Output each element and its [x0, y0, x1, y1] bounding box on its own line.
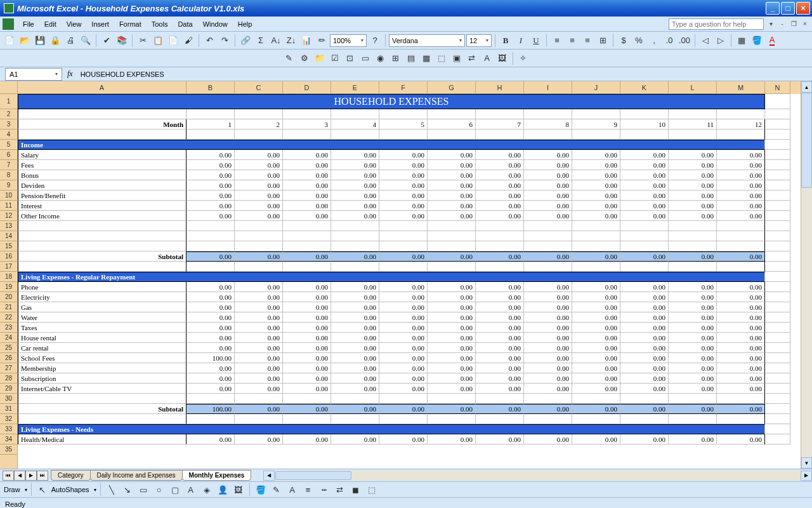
- cell-value[interactable]: 0.00: [572, 180, 620, 190]
- comma-icon[interactable]: ,: [647, 34, 661, 48]
- vertical-scrollbar[interactable]: ▲ ▼: [801, 81, 812, 469]
- cell-value[interactable]: 0.00: [572, 363, 620, 373]
- cell[interactable]: [379, 394, 428, 404]
- cell-value[interactable]: 0.00: [669, 323, 717, 333]
- cell[interactable]: [669, 394, 717, 404]
- cell[interactable]: [18, 109, 187, 119]
- column-header-A[interactable]: A: [18, 81, 187, 94]
- increase-indent-icon[interactable]: ▷: [714, 34, 728, 48]
- cell[interactable]: [765, 150, 790, 160]
- cell-value[interactable]: 0.00: [379, 292, 428, 302]
- cell[interactable]: [283, 221, 331, 231]
- cell[interactable]: [476, 394, 524, 404]
- cell-value[interactable]: 0.00: [717, 353, 765, 363]
- cell-value[interactable]: 0.00: [428, 353, 476, 363]
- cell-value[interactable]: 0.00: [379, 201, 428, 211]
- cell[interactable]: [717, 221, 765, 231]
- tab-next-icon[interactable]: ▶: [25, 471, 37, 481]
- cell[interactable]: [524, 414, 572, 424]
- subtotal-value[interactable]: 0.00: [235, 251, 283, 262]
- cell-value[interactable]: 0.00: [717, 384, 765, 394]
- row-label[interactable]: Bonus: [18, 170, 187, 180]
- row-header-21[interactable]: 21: [0, 302, 17, 312]
- cell[interactable]: [765, 292, 790, 302]
- cell[interactable]: [765, 394, 790, 404]
- cell[interactable]: [524, 262, 572, 272]
- cell-value[interactable]: 0.00: [283, 434, 331, 444]
- cell[interactable]: [187, 394, 235, 404]
- row-header-25[interactable]: 25: [0, 343, 17, 353]
- autoshapes-menu[interactable]: AutoShapes: [51, 486, 89, 493]
- tb2-icon-7[interactable]: ◉: [374, 51, 388, 65]
- cell[interactable]: [765, 160, 790, 170]
- cell[interactable]: [18, 241, 187, 251]
- cell-value[interactable]: 0.00: [572, 373, 620, 384]
- print-icon[interactable]: 🖨: [63, 34, 77, 48]
- cell-value[interactable]: 0.00: [669, 373, 717, 384]
- row-header-7[interactable]: 7: [0, 160, 17, 170]
- section-header[interactable]: Living Expenses - Needs: [18, 424, 765, 434]
- cell-value[interactable]: 0.00: [476, 363, 524, 373]
- subtotal-value[interactable]: 0.00: [428, 404, 476, 414]
- column-header-F[interactable]: F: [379, 81, 428, 94]
- cell-value[interactable]: 0.00: [379, 170, 428, 180]
- row-header-5[interactable]: 5: [0, 140, 17, 150]
- align-right-icon[interactable]: ≡: [580, 34, 594, 48]
- cell-value[interactable]: 100.00: [187, 353, 235, 363]
- zoom-combo[interactable]: 100%▾: [330, 34, 367, 47]
- cell[interactable]: [765, 282, 790, 292]
- cell[interactable]: [572, 414, 620, 424]
- cell[interactable]: [765, 272, 790, 282]
- month-6[interactable]: 6: [428, 119, 476, 130]
- cell[interactable]: [235, 262, 283, 272]
- cell-value[interactable]: 0.00: [476, 384, 524, 394]
- horizontal-scrollbar[interactable]: ◀ ▶: [263, 471, 812, 481]
- cell[interactable]: [187, 231, 235, 241]
- cell[interactable]: [620, 262, 669, 272]
- cell-value[interactable]: 0.00: [331, 312, 379, 323]
- cell[interactable]: [765, 384, 790, 394]
- cell[interactable]: [669, 414, 717, 424]
- cell-value[interactable]: 0.00: [235, 190, 283, 201]
- 3d-icon[interactable]: ⬚: [365, 483, 379, 497]
- cell-value[interactable]: 0.00: [187, 343, 235, 353]
- cell-value[interactable]: 0.00: [524, 373, 572, 384]
- cell[interactable]: [428, 221, 476, 231]
- cell-value[interactable]: 0.00: [620, 201, 669, 211]
- cell[interactable]: [524, 394, 572, 404]
- tb2-icon-13[interactable]: ⇄: [465, 51, 479, 65]
- row-header-11[interactable]: 11: [0, 201, 17, 211]
- cell-value[interactable]: 0.00: [379, 190, 428, 201]
- cell-value[interactable]: 0.00: [524, 323, 572, 333]
- cell-value[interactable]: 0.00: [283, 323, 331, 333]
- cell-value[interactable]: 0.00: [187, 323, 235, 333]
- font-size-combo[interactable]: 12▾: [466, 34, 492, 47]
- cell[interactable]: [283, 109, 331, 119]
- cell-value[interactable]: 0.00: [187, 292, 235, 302]
- row-header-20[interactable]: 20: [0, 292, 17, 302]
- cell[interactable]: [765, 404, 790, 414]
- cell[interactable]: [379, 241, 428, 251]
- cell[interactable]: [620, 241, 669, 251]
- cell-value[interactable]: 0.00: [669, 353, 717, 363]
- cell-value[interactable]: 0.00: [331, 180, 379, 190]
- shadow-icon[interactable]: ◼: [349, 483, 363, 497]
- cell[interactable]: [765, 414, 790, 424]
- cell[interactable]: [283, 394, 331, 404]
- cell-value[interactable]: 0.00: [620, 434, 669, 444]
- column-header-G[interactable]: G: [428, 81, 476, 94]
- cell[interactable]: [235, 394, 283, 404]
- cell-value[interactable]: 0.00: [187, 302, 235, 312]
- cell-value[interactable]: 0.00: [669, 150, 717, 160]
- cell-value[interactable]: 0.00: [717, 150, 765, 160]
- scroll-left-icon[interactable]: ◀: [263, 471, 275, 481]
- subtotal-value[interactable]: 0.00: [717, 251, 765, 262]
- cell[interactable]: [476, 241, 524, 251]
- row-header-19[interactable]: 19: [0, 282, 17, 292]
- cell-value[interactable]: 0.00: [717, 323, 765, 333]
- subtotal-value[interactable]: 0.00: [379, 404, 428, 414]
- cell[interactable]: [235, 221, 283, 231]
- cell[interactable]: [18, 262, 187, 272]
- cell-value[interactable]: 0.00: [620, 353, 669, 363]
- cell-value[interactable]: 0.00: [379, 353, 428, 363]
